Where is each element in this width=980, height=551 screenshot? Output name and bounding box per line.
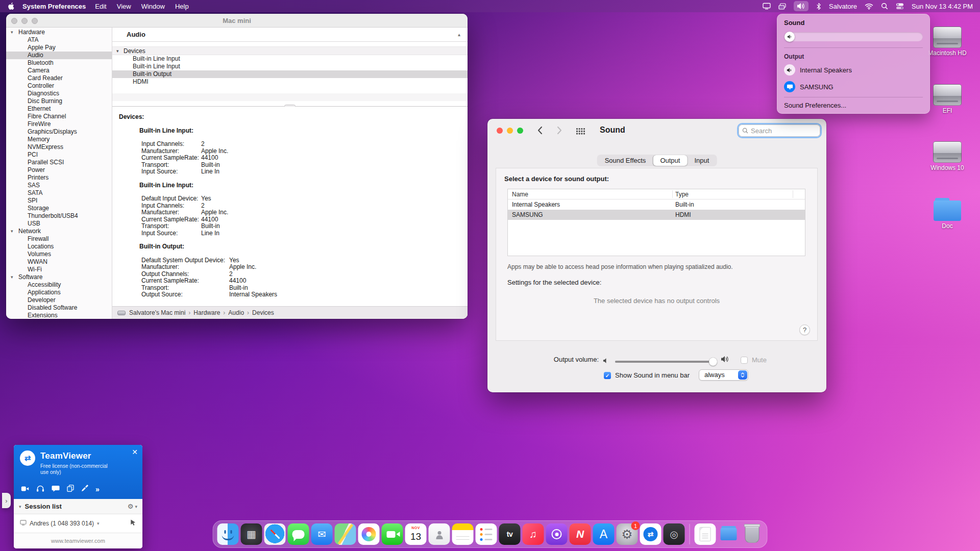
teamviewer-collapse-tab[interactable]: ›	[2, 493, 11, 508]
popover-device-samsung[interactable]: SAMSUNG	[781, 79, 926, 94]
dock-teamviewer[interactable]: ⇄	[640, 523, 662, 545]
session-list-bar[interactable]: ▾ Session list ⚙ ▾	[14, 499, 142, 514]
user-menu[interactable]: Salvatore	[829, 3, 857, 10]
sidebar-item[interactable]: Bluetooth	[6, 59, 112, 67]
breadcrumb-item[interactable]: Hardware	[185, 309, 220, 316]
headset-icon[interactable]	[36, 485, 44, 494]
sidebar-item[interactable]: Printers	[6, 174, 112, 182]
sidebar-item[interactable]: Apple Pay	[6, 44, 112, 52]
sidebar-item[interactable]: Disc Burning	[6, 97, 112, 105]
dock-podcasts[interactable]	[546, 523, 568, 545]
dock-mail[interactable]: ✉	[311, 523, 333, 545]
back-button[interactable]	[537, 126, 543, 137]
sidebar-item[interactable]: SPI	[6, 197, 112, 205]
dock-app-store[interactable]: A	[593, 523, 615, 545]
wifi-icon[interactable]	[865, 3, 873, 10]
dock-trash[interactable]	[742, 523, 763, 545]
sidebar-item[interactable]: Graphics/Displays	[6, 128, 112, 136]
breadcrumb-item[interactable]: Audio	[220, 309, 244, 316]
breadcrumb-item[interactable]: Devices	[244, 309, 274, 316]
forward-button[interactable]	[557, 126, 562, 137]
device-row[interactable]: Built-in Output	[112, 70, 468, 78]
sidebar-item[interactable]: Power	[6, 166, 112, 174]
dock-notes[interactable]	[452, 523, 474, 545]
sidebar-item[interactable]: ATA	[6, 36, 112, 44]
chat-icon[interactable]	[52, 485, 60, 494]
copy-icon[interactable]	[67, 485, 74, 494]
sidebar-item[interactable]: Diagnostics	[6, 90, 112, 97]
sidebar-item[interactable]: WWAN	[6, 258, 112, 266]
popover-volume-slider[interactable]	[784, 32, 923, 41]
sidebar-item[interactable]: Software	[6, 273, 112, 281]
menu-item[interactable]: View	[112, 3, 136, 10]
breadcrumb-item[interactable]: Salvatore's Mac mini	[129, 309, 185, 316]
chevron-down-icon[interactable]: ▾	[19, 504, 21, 509]
dock-news[interactable]: N	[570, 523, 591, 545]
column-header-type[interactable]: Type	[675, 189, 689, 199]
mute-checkbox[interactable]	[741, 357, 748, 364]
dock-maps[interactable]	[335, 523, 356, 545]
search-input[interactable]	[751, 127, 812, 135]
menu-item[interactable]: Edit	[90, 3, 111, 10]
close-button[interactable]	[497, 128, 503, 134]
show-sound-checkbox[interactable]: ✓	[604, 372, 611, 379]
desktop-icon-windows-10[interactable]: Windows 10	[912, 141, 980, 171]
chevron-down-icon[interactable]: ▾	[97, 521, 100, 526]
slider-knob[interactable]	[709, 358, 717, 366]
zoom-button[interactable]	[32, 18, 38, 24]
sidebar-item[interactable]: Audio	[6, 52, 112, 59]
table-row-selected[interactable]: SAMSUNG HDMI	[508, 210, 805, 220]
dock-music[interactable]: ♫	[523, 523, 544, 545]
popover-slider-knob[interactable]	[785, 32, 795, 42]
dock-documents-stack[interactable]	[695, 523, 716, 545]
sound-titlebar[interactable]: Sound	[487, 119, 826, 142]
dock-contacts[interactable]	[429, 523, 450, 545]
menu-bar-mode-dropdown[interactable]: always	[699, 369, 748, 381]
spotlight-search-icon[interactable]	[881, 3, 888, 10]
menu-bar-clock[interactable]: Sun Nov 13 4:42 PM	[912, 3, 973, 10]
video-call-icon[interactable]	[21, 485, 29, 494]
sidebar-item[interactable]: Camera	[6, 67, 112, 74]
sidebar-item[interactable]: Fibre Channel	[6, 113, 112, 120]
sidebar-item[interactable]: Volumes	[6, 251, 112, 258]
minimize-button[interactable]	[507, 128, 513, 134]
tab-input[interactable]: Input	[687, 155, 716, 166]
help-button[interactable]: ?	[799, 324, 810, 335]
bluetooth-icon[interactable]	[816, 3, 821, 10]
sidebar-item[interactable]: SAS	[6, 182, 112, 189]
apple-menu-icon[interactable]	[7, 2, 15, 10]
collapse-chevron-icon[interactable]: ▴	[458, 28, 460, 42]
breadcrumb[interactable]: Salvatore's Mac miniHardwareAudioDevices	[129, 309, 274, 316]
sidebar-item[interactable]: Thunderbolt/USB4	[6, 212, 112, 220]
dock-reminders[interactable]	[476, 523, 497, 545]
sidebar-item[interactable]: Developer	[6, 296, 112, 304]
sidebar-item[interactable]: Firewall	[6, 235, 112, 243]
gear-icon[interactable]: ⚙	[128, 503, 134, 510]
sidebar-item[interactable]: Network	[6, 228, 112, 235]
volume-menu-icon[interactable]	[794, 1, 808, 11]
dock-finder[interactable]	[217, 523, 239, 545]
sidebar-item[interactable]: SATA	[6, 189, 112, 197]
desktop-icon-doc[interactable]: Doc	[912, 198, 980, 230]
popover-device-internal-speakers[interactable]: Internal Speakers	[781, 62, 926, 78]
sidebar-item[interactable]: Memory	[6, 136, 112, 143]
table-row[interactable]: Internal Speakers Built-in	[508, 199, 805, 210]
dock-photos[interactable]	[358, 523, 380, 545]
sidebar-item[interactable]: Disabled Software	[6, 304, 112, 312]
dock-safari[interactable]	[264, 523, 286, 545]
device-group-row[interactable]: Devices	[112, 46, 468, 55]
zoom-button[interactable]	[517, 128, 523, 134]
dock-calendar[interactable]: NOV 13	[405, 523, 427, 545]
sidebar-item[interactable]: Accessibility	[6, 281, 112, 289]
control-center-icon[interactable]	[896, 3, 904, 10]
sidebar-item[interactable]: Controller	[6, 82, 112, 90]
stacked-windows-icon[interactable]	[778, 3, 786, 10]
column-header-name[interactable]: Name	[512, 189, 528, 199]
remote-control-cursor-icon[interactable]	[130, 519, 136, 528]
sidebar-item[interactable]: USB	[6, 220, 112, 228]
sysinfo-titlebar[interactable]: Mac mini	[6, 14, 468, 28]
output-volume-slider[interactable]	[615, 361, 717, 363]
audio-section-header[interactable]: Audio ▴	[112, 28, 468, 42]
sidebar-item[interactable]: Card Reader	[6, 74, 112, 82]
sidebar-item[interactable]: PCI	[6, 151, 112, 159]
